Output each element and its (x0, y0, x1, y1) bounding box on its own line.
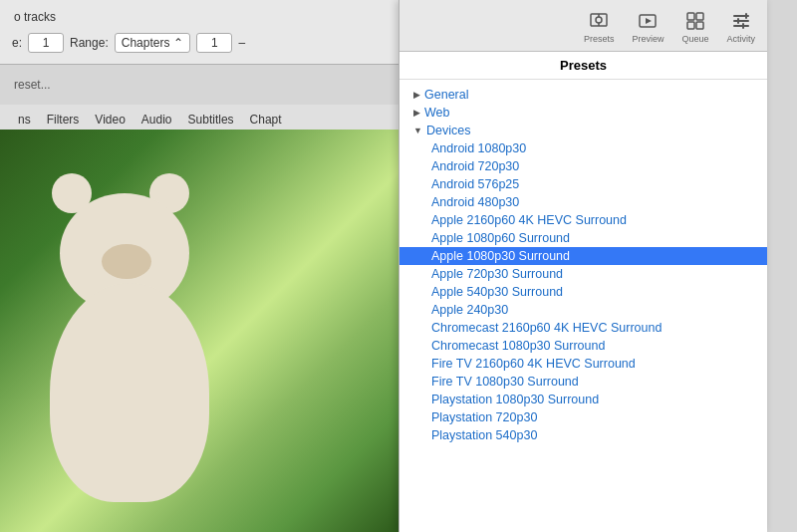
tab-filters[interactable]: Filters (39, 109, 88, 131)
svg-rect-12 (733, 25, 749, 27)
preset-android-576p25[interactable]: Android 576p25 (399, 175, 767, 193)
preset-row: reset... (14, 78, 51, 92)
preset-chromecast-1080p30[interactable]: Chromecast 1080p30 Surround (399, 337, 767, 355)
presets-panel: Presets Preview Queue (398, 0, 767, 532)
presets-list[interactable]: General Web Devices Android 1080p30 Andr… (399, 80, 767, 532)
svg-rect-7 (696, 13, 703, 20)
presets-icon (588, 10, 610, 32)
range-dropdown[interactable]: Chapters ⌃ (115, 33, 191, 53)
tab-dimensions[interactable]: ns (10, 109, 39, 131)
svg-rect-15 (742, 23, 744, 29)
bg-tabs: ns Filters Video Audio Subtitles Chapt (0, 105, 398, 132)
preset-chromecast-2160p60[interactable]: Chromecast 2160p60 4K HEVC Surround (399, 319, 767, 337)
bear-character (30, 223, 229, 502)
preset-apple-720p30[interactable]: Apple 720p30 Surround (399, 265, 767, 283)
activity-icon-label: Activity (726, 34, 755, 44)
video-frame (0, 130, 398, 532)
preset-apple-2160p60-4k[interactable]: Apple 2160p60 4K HEVC Surround (399, 211, 767, 229)
presets-icon-label: Presets (584, 34, 615, 44)
tracks-label: o tracks (14, 10, 56, 24)
svg-rect-11 (733, 20, 749, 22)
svg-rect-8 (687, 22, 694, 29)
preset-apple-1080p30[interactable]: Apple 1080p30 Surround (399, 247, 767, 265)
preset-playstation-540p30[interactable]: Playstation 540p30 (399, 426, 767, 444)
preset-apple-240p30[interactable]: Apple 240p30 (399, 301, 767, 319)
title-stepper[interactable]: 1 (28, 33, 64, 53)
queue-icon-label: Queue (681, 34, 708, 44)
queue-icon (684, 10, 706, 32)
bear-nose (102, 244, 151, 279)
svg-marker-5 (646, 18, 652, 24)
svg-rect-6 (687, 13, 694, 20)
icon-bar: Presets Preview Queue (399, 0, 767, 52)
video-preview-area (0, 130, 398, 532)
category-devices[interactable]: Devices (399, 122, 767, 139)
category-general[interactable]: General (399, 86, 767, 104)
preset-playstation-720p30[interactable]: Playstation 720p30 (399, 408, 767, 426)
activity-toolbar-button[interactable]: Activity (726, 10, 755, 44)
tab-subtitles[interactable]: Subtitles (180, 109, 242, 131)
svg-rect-14 (737, 18, 739, 24)
title-label: e: (12, 36, 22, 50)
tab-audio[interactable]: Audio (133, 109, 180, 131)
preset-firetv-2160p60[interactable]: Fire TV 2160p60 4K HEVC Surround (399, 355, 767, 373)
preset-apple-1080p60[interactable]: Apple 1080p60 Surround (399, 229, 767, 247)
svg-rect-9 (696, 22, 703, 29)
preview-icon-label: Preview (632, 34, 664, 44)
preset-android-480p30[interactable]: Android 480p30 (399, 193, 767, 211)
preview-icon (637, 10, 659, 32)
preset-android-720p30[interactable]: Android 720p30 (399, 157, 767, 175)
queue-toolbar-button[interactable]: Queue (681, 10, 708, 44)
preset-playstation-1080p30[interactable]: Playstation 1080p30 Surround (399, 391, 767, 408)
tab-video[interactable]: Video (87, 109, 133, 131)
activity-icon (730, 10, 752, 32)
triangle-general (413, 90, 420, 100)
preset-android-1080p30[interactable]: Android 1080p30 (399, 139, 767, 157)
range-label: Range: (70, 36, 109, 50)
preview-toolbar-button[interactable]: Preview (632, 10, 664, 44)
svg-point-1 (596, 17, 602, 23)
triangle-devices (413, 126, 422, 135)
presets-toolbar-button[interactable]: Presets (584, 10, 615, 44)
triangle-web (413, 108, 420, 118)
tab-chapters[interactable]: Chapt (242, 109, 290, 131)
category-web[interactable]: Web (399, 104, 767, 122)
range-start-stepper[interactable]: 1 (196, 33, 232, 53)
device-presets-items: Android 1080p30 Android 720p30 Android 5… (399, 139, 767, 444)
bear-body (50, 283, 209, 502)
preset-apple-540p30[interactable]: Apple 540p30 Surround (399, 283, 767, 301)
presets-panel-header: Presets (399, 52, 767, 80)
preset-firetv-1080p30[interactable]: Fire TV 1080p30 Surround (399, 373, 767, 391)
svg-rect-13 (745, 13, 747, 19)
bg-toolbar: o tracks e: 1 Range: Chapters ⌃ 1 – (0, 0, 398, 65)
